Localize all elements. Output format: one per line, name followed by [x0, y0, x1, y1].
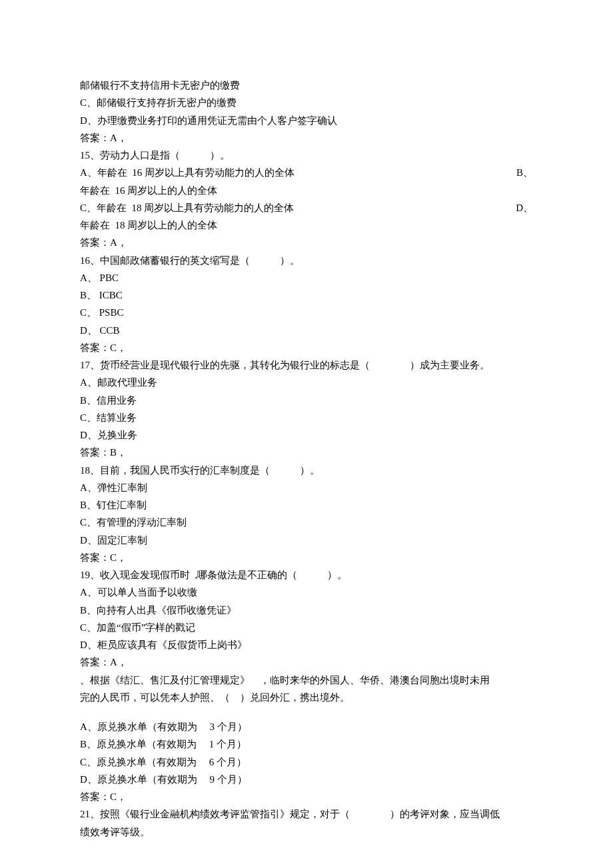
q18-answer: 答案：C，: [80, 549, 533, 566]
intro-option-d: D、办理缴费业务打印的通用凭证无需由个人客户签字确认: [80, 112, 533, 129]
q19-option-c: C、加盖“假币”字样的戳记: [80, 619, 533, 636]
q21-stem-line1: 21、按照《银行业金融机构绩效考评监管指引》规定，对于（ ）的考评对象，应当调低: [80, 805, 533, 823]
q21-stem-line2: 绩效考评等级。: [80, 823, 533, 841]
q16-option-b: B、 ICBC: [80, 286, 533, 304]
intro-answer: 答案：A，: [80, 129, 533, 147]
q18-option-a: A、弹性汇率制: [80, 479, 533, 496]
q20-option-d: D、原兑换水单（有效期为 9 个月）: [80, 771, 533, 788]
q19-answer: 答案：A，: [80, 653, 533, 671]
q17-stem: 17、货币经营业是现代银行业的先驱，其转化为银行业的标志是（ ）成为主要业务。: [80, 356, 533, 374]
q17-option-b: B、信用业务: [80, 392, 533, 409]
q15-option-d-text: 年龄在 18 周岁以上的人的全体: [80, 217, 533, 234]
q18-stem: 18、目前，我国人民币实行的汇率制度是（ ）。: [80, 462, 533, 479]
q15-option-c: C、年龄在 18 周岁以上具有劳动能力的人的全体: [80, 199, 502, 217]
q16-stem: 16、中国邮政储蓄银行的英文缩写是（ ）。: [80, 252, 533, 269]
q17-answer: 答案：B，: [80, 444, 533, 461]
q15-option-a-row: A、年龄在 16 周岁以上具有劳动能力的人的全体 B、: [80, 164, 533, 181]
q17-option-a: A、邮政代理业务: [80, 374, 533, 391]
intro-option-c: C、邮储银行支持存折无密户的缴费: [80, 94, 533, 111]
q20-option-b: B、原兑换水单（有效期为 1 个月）: [80, 735, 533, 753]
q15-answer: 答案：A，: [80, 234, 533, 251]
q18-option-c: C、有管理的浮动汇率制: [80, 514, 533, 531]
q16-option-a: A、 PBC: [80, 269, 533, 286]
q19-option-a: A、可以单人当面予以收缴: [80, 584, 533, 601]
q15-option-b-text: 年龄在 16 周岁以上的人的全体: [80, 182, 533, 199]
q18-option-d: D、固定汇率制: [80, 532, 533, 549]
q15-option-b-prefix: B、: [503, 164, 533, 181]
q16-answer: 答案：C，: [80, 339, 533, 356]
q18-option-b: B、钉住汇率制: [80, 496, 533, 514]
q17-option-c: C、结算业务: [80, 409, 533, 426]
q20-option-a: A、原兑换水单（有效期为 3 个月）: [80, 718, 533, 735]
q15-option-c-row: C、年龄在 18 周岁以上具有劳动能力的人的全体 D、: [80, 199, 533, 217]
q15-option-d-prefix: D、: [502, 199, 533, 217]
document-page: 邮储银行不支持信用卡无密户的缴费 C、邮储银行支持存折无密户的缴费 D、办理缴费…: [0, 0, 613, 868]
q16-option-d: D、 CCB: [80, 322, 533, 339]
q20-stem-line1: 、根据《结汇、售汇及付汇管理规定》 ，临时来华的外国人、华侨、港澳台同胞出境时未…: [80, 671, 533, 689]
intro-line-a: 邮储银行不支持信用卡无密户的缴费: [80, 77, 533, 94]
q19-stem: 19、收入现金发现假币时 ,哪条做法是不正确的（ ）。: [80, 566, 533, 584]
q16-option-c: C、 PSBC: [80, 304, 533, 321]
q20-answer: 答案：C，: [80, 788, 533, 805]
q20-stem-line2: 完的人民币，可以凭本人护照、（ ）兑回外汇，携出境外。: [80, 689, 533, 706]
q15-option-a: A、年龄在 16 周岁以上具有劳动能力的人的全体: [80, 164, 503, 181]
q19-option-b: B、向持有人出具《假币收缴凭证》: [80, 602, 533, 619]
q19-option-d: D、柜员应该具有《反假货币上岗书》: [80, 636, 533, 653]
q20-option-c: C、原兑换水单（有效期为 6 个月）: [80, 753, 533, 771]
blank-line: [80, 706, 533, 718]
q15-stem: 15、劳动力人口是指（ ）。: [80, 147, 533, 164]
q17-option-d: D、兑换业务: [80, 426, 533, 444]
